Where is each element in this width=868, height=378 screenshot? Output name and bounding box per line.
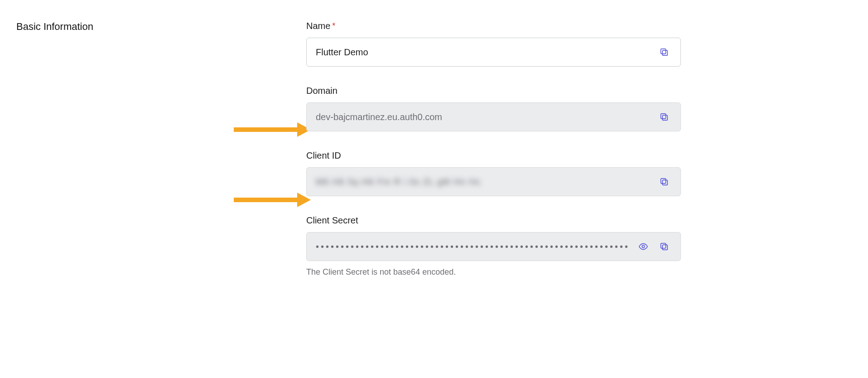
name-field-group: Name * Flutter Demo: [306, 21, 681, 67]
name-input[interactable]: Flutter Demo: [306, 38, 681, 67]
svg-rect-6: [662, 115, 667, 120]
domain-label: Domain: [306, 86, 681, 96]
section-title: Basic Information: [16, 21, 306, 33]
client-id-label-text: Client ID: [306, 150, 341, 161]
copy-icon[interactable]: [657, 239, 671, 254]
svg-rect-8: [662, 180, 667, 185]
name-label: Name *: [306, 21, 681, 31]
name-label-text: Name: [306, 21, 330, 31]
domain-input: dev-bajcmartinez.eu.auth0.com: [306, 102, 681, 131]
copy-icon[interactable]: [657, 174, 671, 189]
domain-label-text: Domain: [306, 86, 338, 96]
client-id-label: Client ID: [306, 150, 681, 161]
client-secret-field-group: Client Secret ••••••••••••••••••••••••••…: [306, 215, 681, 277]
domain-input-value: dev-bajcmartinez.eu.auth0.com: [316, 112, 651, 122]
svg-rect-11: [662, 245, 667, 250]
arrow-annotation-domain: [234, 121, 311, 139]
svg-rect-9: [661, 179, 666, 184]
copy-icon[interactable]: [657, 110, 671, 124]
svg-rect-7: [661, 114, 666, 119]
client-secret-input-value: ••••••••••••••••••••••••••••••••••••••••…: [316, 242, 630, 252]
client-secret-label: Client Secret: [306, 215, 681, 226]
svg-point-10: [642, 245, 645, 248]
client-id-input-value: M6 H6 5q H6 Fm R i 0s ZL gM Hn Hc: [316, 177, 651, 187]
client-id-field-group: Client ID M6 H6 5q H6 Fm R i 0s ZL gM Hn…: [306, 150, 681, 196]
client-secret-help-text: The Client Secret is not base64 encoded.: [306, 267, 681, 277]
svg-rect-12: [661, 243, 666, 248]
client-id-input: M6 H6 5q H6 Fm R i 0s ZL gM Hn Hc: [306, 167, 681, 196]
copy-icon[interactable]: [657, 45, 671, 59]
svg-rect-5: [661, 49, 666, 54]
required-star: *: [332, 21, 335, 31]
svg-rect-4: [662, 50, 667, 55]
name-input-value: Flutter Demo: [316, 47, 651, 58]
arrow-annotation-clientid: [234, 191, 311, 209]
domain-field-group: Domain dev-bajcmartinez.eu.auth0.com: [306, 86, 681, 131]
eye-icon[interactable]: [636, 239, 651, 254]
client-secret-label-text: Client Secret: [306, 215, 358, 226]
client-secret-input: ••••••••••••••••••••••••••••••••••••••••…: [306, 232, 681, 261]
